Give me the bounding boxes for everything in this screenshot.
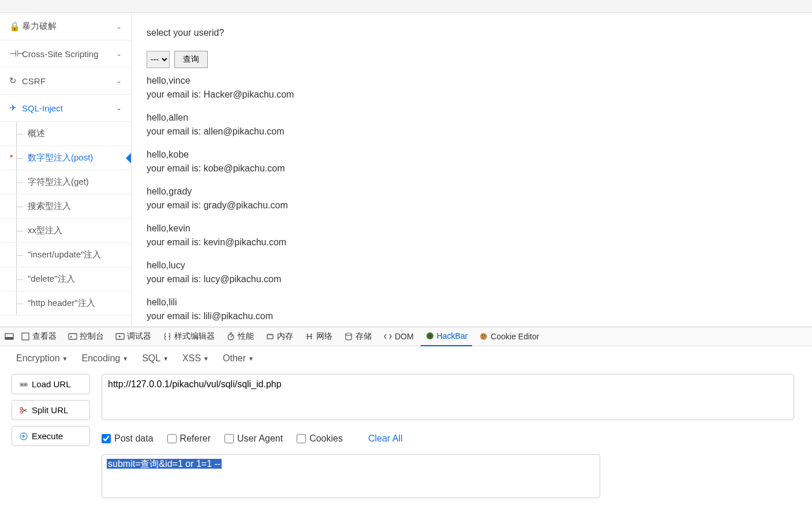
sub-item-http-header[interactable]: "http header"注入 [0,291,131,316]
result-block: hello,lili your email is: lili@pikachu.c… [147,295,797,323]
chevron-down-icon: ⌄ [116,23,122,31]
result-block: hello,grady your email is: grady@pikachu… [147,185,797,212]
svg-point-18 [20,407,23,410]
result-email: your email is: kobe@pikachu.com [147,162,797,175]
query-button[interactable]: 查询 [174,51,208,68]
debugger-icon [115,332,125,341]
dock-icon[interactable] [5,332,14,341]
result-email: your email is: kevin@pikachu.com [147,235,797,249]
user-agent-checkbox[interactable]: User Agent [224,433,283,444]
sidebar-label: Cross-Site Scripting [22,49,99,59]
sub-item-numeric-post[interactable]: 数字型注入(post) [0,146,131,170]
svg-point-19 [20,411,23,413]
devtools-tab-dom[interactable]: DOM [379,330,418,343]
result-hello: hello,kevin [147,222,797,235]
result-hello: hello,lucy [147,259,797,272]
result-block: hello,kobe your email is: kobe@pikachu.c… [147,148,797,175]
sub-item-string-get[interactable]: 字符型注入(get) [0,170,131,194]
sidebar-item-bruteforce[interactable]: 🔒 暴力破解 ⌄ [0,13,131,40]
execute-button[interactable]: Execute [12,426,90,446]
result-email: your email is: lili@pikachu.com [147,309,797,323]
svg-marker-5 [119,335,121,338]
devtools-tab-cookie-editor[interactable]: Cookie Editor [474,330,544,343]
clear-all-link[interactable]: Clear All [368,433,403,444]
referer-checkbox[interactable]: Referer [167,433,211,444]
post-data-input[interactable] [102,434,111,443]
hackbar-menu: Encryption ▼ Encoding ▼ SQL ▼ XSS ▼ Othe… [12,353,800,364]
result-hello: hello,lili [147,295,797,309]
user-agent-input[interactable] [224,434,234,443]
hackbar-icon [425,331,435,341]
userid-select[interactable]: --- [147,51,170,68]
plane-icon: ✈ [9,103,17,113]
svg-point-17 [25,384,27,386]
devtools-tab-inspector[interactable]: 查看器 [16,329,61,344]
sidebar-label: SQL-Inject [22,103,63,113]
storage-icon [344,332,353,341]
query-form: --- 查询 [147,51,797,68]
svg-point-12 [482,335,483,336]
sub-item-search[interactable]: 搜索型注入 [0,194,131,219]
svg-marker-21 [23,435,25,438]
devtools-tab-console[interactable]: 控制台 [63,329,108,344]
chevron-down-icon: ⌄ [116,104,122,112]
hackbar-panel: Encryption ▼ Encoding ▼ SQL ▼ XSS ▼ Othe… [0,346,812,505]
hackbar-checks: Post data Referer User Agent Cookies Cle… [102,433,794,444]
devtools-tab-debugger[interactable]: 调试器 [111,329,156,344]
sidebar-label: 暴力破解 [22,21,57,32]
svg-rect-3 [69,334,77,339]
svg-point-8 [346,333,351,335]
code-icon: ⊣⊢ [9,48,17,59]
svg-rect-1 [5,337,13,339]
hackbar-menu-encoding[interactable]: Encoding ▼ [82,353,129,364]
svg-point-10 [428,334,432,338]
hackbar-right: Post data Referer User Agent Cookies Cle… [102,374,794,498]
content-area: select your userid? --- 查询 hello,vince y… [132,13,812,327]
sql-inject-submenu: 概述 数字型注入(post) 字符型注入(get) 搜索型注入 xx型注入 "i… [0,122,131,316]
sidebar-item-xss[interactable]: ⊣⊢ Cross-Site Scripting ⌄ [0,40,131,68]
split-url-button[interactable]: Split URL [12,400,90,420]
hackbar-menu-other[interactable]: Other ▼ [223,353,254,364]
load-url-button[interactable]: Load URL [12,374,90,394]
svg-point-14 [482,337,484,338]
memory-icon [265,332,275,341]
sub-item-overview[interactable]: 概述 [0,122,131,146]
referer-input[interactable] [167,434,177,443]
post-data-text: submit=查询&id=1 or 1=1 -- [107,459,222,469]
devtools-tabbar: 查看器 控制台 调试器 样式编辑器 性能 内存 网络 存储 DOM HackBa… [0,327,812,346]
post-data-input-box[interactable]: submit=查询&id=1 or 1=1 -- [102,454,600,498]
sub-item-delete[interactable]: "delete"注入 [0,267,131,291]
prompt-text: select your userid? [147,28,797,38]
sidebar-item-csrf[interactable]: ↻ CSRF ⌄ [0,68,131,95]
url-input[interactable] [102,374,794,420]
devtools-tab-style[interactable]: 样式编辑器 [158,329,219,344]
dom-icon [383,332,392,341]
caret-down-icon: ▼ [203,356,209,362]
hackbar-menu-encryption[interactable]: Encryption ▼ [16,353,68,364]
cookies-input[interactable] [297,434,306,443]
svg-rect-2 [22,333,29,340]
sub-item-xx[interactable]: xx型注入 [0,219,131,243]
load-url-icon [19,380,28,389]
devtools-tab-network[interactable]: 网络 [300,329,337,344]
devtools-tab-performance[interactable]: 性能 [222,329,259,344]
hackbar-menu-sql[interactable]: SQL ▼ [142,353,169,364]
sidebar-label: CSRF [22,76,46,86]
hackbar-menu-xss[interactable]: XSS ▼ [182,353,209,364]
chevron-down-icon: ⌄ [116,50,122,58]
caret-down-icon: ▼ [122,356,128,362]
post-data-checkbox[interactable]: Post data [102,433,154,444]
cookie-icon [479,332,488,341]
sidebar-item-sql-inject[interactable]: ✈ SQL-Inject ⌄ [0,95,131,122]
execute-icon [19,432,28,441]
devtools-tab-hackbar[interactable]: HackBar [421,327,473,346]
hackbar-buttons: Load URL Split URL Execute [12,374,90,498]
devtools-tab-storage[interactable]: 存储 [339,329,376,344]
result-email: your email is: allen@pikachu.com [147,125,797,139]
sub-item-insert-update[interactable]: "insert/update"注入 [0,243,131,267]
devtools-tab-memory[interactable]: 内存 [261,329,298,344]
cookies-checkbox[interactable]: Cookies [297,433,343,444]
hackbar-body: Load URL Split URL Execute Post data [12,374,800,498]
result-hello: hello,grady [147,185,797,199]
performance-icon [226,332,235,341]
